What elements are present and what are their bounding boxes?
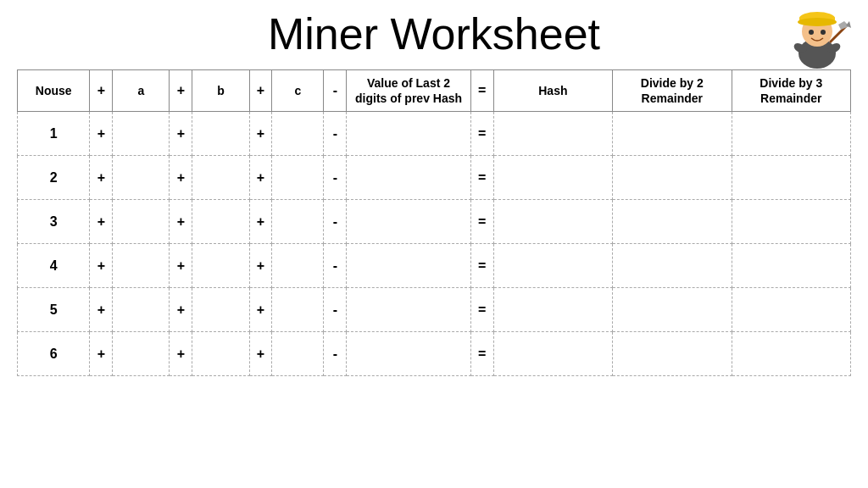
row-plus2: + (170, 156, 192, 200)
header-div2: Divide by 2 Remainder (613, 70, 732, 112)
row-hash[interactable] (493, 200, 612, 244)
row-num: 2 (18, 156, 90, 200)
row-c[interactable] (272, 112, 324, 156)
row-b[interactable] (192, 156, 249, 200)
row-num: 3 (18, 200, 90, 244)
row-div2[interactable] (613, 112, 732, 156)
header-plus3: + (249, 70, 272, 112)
row-hash-val[interactable] (347, 244, 471, 288)
header-hash: Hash (493, 70, 612, 112)
row-hash-val[interactable] (347, 200, 471, 244)
row-div3[interactable] (732, 200, 851, 244)
row-a[interactable] (113, 156, 170, 200)
row-div2[interactable] (613, 332, 732, 376)
row-div2[interactable] (613, 156, 732, 200)
row-c[interactable] (272, 288, 324, 332)
row-hash-val[interactable] (347, 332, 471, 376)
row-plus3: + (249, 288, 272, 332)
header-minus: - (324, 70, 347, 112)
row-hash-val[interactable] (347, 112, 471, 156)
row-b[interactable] (192, 112, 249, 156)
row-hash[interactable] (493, 332, 612, 376)
table-row: 6+++-= (18, 332, 851, 376)
svg-point-6 (821, 30, 826, 35)
page: Miner Worksheet (0, 0, 868, 488)
row-minus: - (324, 112, 347, 156)
row-hash-val[interactable] (347, 156, 471, 200)
page-title: Miner Worksheet (268, 8, 600, 59)
row-minus: - (324, 332, 347, 376)
row-div2[interactable] (613, 244, 732, 288)
row-plus3: + (249, 332, 272, 376)
header-plus2: + (170, 70, 192, 112)
svg-point-4 (798, 18, 837, 26)
row-c[interactable] (272, 244, 324, 288)
row-minus: - (324, 244, 347, 288)
row-num: 4 (18, 244, 90, 288)
row-plus2: + (170, 244, 192, 288)
row-plus1: + (90, 200, 113, 244)
row-b[interactable] (192, 200, 249, 244)
row-plus1: + (90, 288, 113, 332)
header-b: b (192, 70, 249, 112)
row-c[interactable] (272, 156, 324, 200)
row-b[interactable] (192, 288, 249, 332)
row-div3[interactable] (732, 112, 851, 156)
row-div3[interactable] (732, 288, 851, 332)
row-a[interactable] (113, 112, 170, 156)
row-plus1: + (90, 244, 113, 288)
row-eq: = (470, 200, 493, 244)
header-nouse: Nouse (18, 70, 90, 112)
row-a[interactable] (113, 288, 170, 332)
row-eq: = (470, 288, 493, 332)
table-row: 2+++-= (18, 156, 851, 200)
table-row: 5+++-= (18, 288, 851, 332)
row-minus: - (324, 156, 347, 200)
table-wrapper: Nouse + a + b + c - Value of Last 2 digi… (0, 69, 868, 376)
table-row: 1+++-= (18, 112, 851, 156)
row-a[interactable] (113, 200, 170, 244)
title-area: Miner Worksheet (0, 0, 868, 66)
header-c: c (272, 70, 324, 112)
row-hash[interactable] (493, 288, 612, 332)
row-a[interactable] (113, 244, 170, 288)
row-plus2: + (170, 288, 192, 332)
row-div3[interactable] (732, 156, 851, 200)
row-hash[interactable] (493, 244, 612, 288)
worksheet-table: Nouse + a + b + c - Value of Last 2 digi… (17, 69, 851, 376)
header-plus1: + (90, 70, 113, 112)
row-plus1: + (90, 112, 113, 156)
row-b[interactable] (192, 332, 249, 376)
row-plus3: + (249, 156, 272, 200)
row-c[interactable] (272, 332, 324, 376)
row-div3[interactable] (732, 244, 851, 288)
row-plus1: + (90, 332, 113, 376)
row-div2[interactable] (613, 200, 732, 244)
row-plus3: + (249, 244, 272, 288)
row-c[interactable] (272, 200, 324, 244)
row-plus1: + (90, 156, 113, 200)
row-hash[interactable] (493, 156, 612, 200)
row-div3[interactable] (732, 332, 851, 376)
header-div3: Divide by 3 Remainder (732, 70, 851, 112)
row-minus: - (324, 288, 347, 332)
row-eq: = (470, 156, 493, 200)
row-hash[interactable] (493, 112, 612, 156)
row-num: 6 (18, 332, 90, 376)
row-hash-val[interactable] (347, 288, 471, 332)
row-num: 5 (18, 288, 90, 332)
row-plus2: + (170, 112, 192, 156)
row-b[interactable] (192, 244, 249, 288)
row-eq: = (470, 244, 493, 288)
row-eq: = (470, 332, 493, 376)
miner-icon (783, 4, 851, 72)
header-hash-val: Value of Last 2 digits of prev Hash (347, 70, 471, 112)
row-plus2: + (170, 332, 192, 376)
row-div2[interactable] (613, 288, 732, 332)
row-eq: = (470, 112, 493, 156)
row-minus: - (324, 200, 347, 244)
row-num: 1 (18, 112, 90, 156)
row-plus3: + (249, 200, 272, 244)
row-a[interactable] (113, 332, 170, 376)
svg-point-5 (809, 30, 814, 35)
